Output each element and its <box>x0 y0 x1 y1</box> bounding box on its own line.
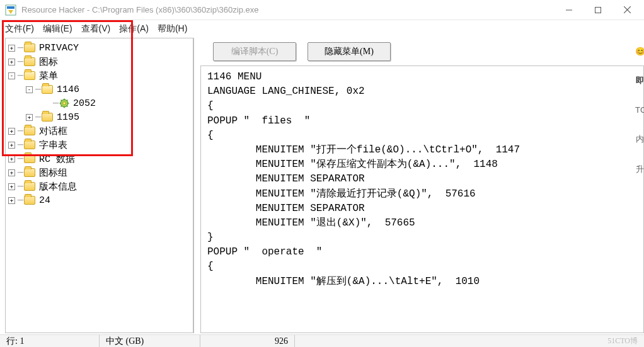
collapse-icon[interactable]: - <box>8 72 15 79</box>
tree-item-label: 图标 <box>39 56 58 68</box>
toolbar: 编译脚本(C) 隐藏菜单(M) <box>194 38 644 65</box>
side-strip: 😊 即 TC 内 升 <box>635 47 644 175</box>
tree-row[interactable]: +─对话框 <box>8 124 193 138</box>
menu-view[interactable]: 查看(V) <box>81 23 111 35</box>
tree-item-label: PRIVACY <box>39 43 79 54</box>
tree-row[interactable]: +─24 <box>8 193 193 207</box>
tree-item-label: 字串表 <box>39 139 67 151</box>
hide-menu-button[interactable]: 隐藏菜单(M) <box>308 42 391 61</box>
expand-icon[interactable]: + <box>26 114 33 121</box>
svg-line-12 <box>61 100 62 101</box>
side-strip-3: 内 <box>635 134 644 145</box>
maximize-button[interactable] <box>584 1 612 19</box>
folder-icon <box>24 154 35 163</box>
tree-item-label: 图标组 <box>39 167 67 179</box>
menu-help[interactable]: 帮助(H) <box>158 23 187 35</box>
tree-connector: ─ <box>18 125 23 137</box>
tree-row[interactable]: +─图标组 <box>8 166 193 179</box>
tree-connector: ─ <box>18 153 23 164</box>
folder-icon <box>24 168 35 177</box>
tree-connector: ─ <box>18 167 23 178</box>
tree-connector: ─ <box>18 42 23 54</box>
tree-item-label: 24 <box>39 195 50 206</box>
right-pane: 编译脚本(C) 隐藏菜单(M) 1146 MENU LANGUAGE LANG_… <box>194 38 644 334</box>
tree-item-label: 1195 <box>57 112 79 123</box>
hide-menu-label: 隐藏菜单(M) <box>325 46 374 57</box>
side-strip-emoji: 😊 <box>635 47 644 56</box>
svg-rect-1 <box>7 6 14 9</box>
side-strip-1: 即 <box>635 75 644 86</box>
resource-tree[interactable]: +─PRIVACY+─图标-─菜单 -─1146 ─2052 +─1195+─对… <box>5 38 194 333</box>
tree-row[interactable]: +─图标 <box>8 55 193 69</box>
folder-icon <box>24 182 35 191</box>
tree-item-label: 菜单 <box>39 70 58 82</box>
tree-row[interactable]: +─版本信息 <box>8 179 193 193</box>
window-title: Resource Hacker - C:\Program Files (x86)… <box>21 5 258 14</box>
folder-open-icon <box>42 85 53 94</box>
compile-script-label: 编译脚本(C) <box>231 46 279 57</box>
tree-connector: ─ <box>35 84 40 95</box>
folder-icon <box>24 140 35 149</box>
expand-icon[interactable]: + <box>8 156 15 162</box>
expand-icon[interactable]: + <box>8 45 15 52</box>
tree-item-label: 版本信息 <box>39 181 77 193</box>
tree-item-label: 2052 <box>73 98 96 109</box>
tree-connector: ─ <box>18 195 23 206</box>
folder-icon <box>24 127 35 135</box>
titlebar: Resource Hacker - C:\Program Files (x86)… <box>0 0 644 20</box>
tree-connector: ─ <box>18 139 23 151</box>
tree-row[interactable]: ─2052 <box>8 96 193 110</box>
status-line-label: 行: <box>6 336 18 347</box>
side-strip-4: 升 <box>635 164 644 175</box>
tree-connector: ─ <box>18 181 23 192</box>
svg-line-15 <box>61 106 62 107</box>
expand-icon[interactable]: + <box>8 183 15 190</box>
script-editor[interactable]: 1146 MENU LANGUAGE LANG_CHINESE, 0x2 { P… <box>200 65 644 333</box>
menubar: 文件(F) 编辑(E) 查看(V) 操作(A) 帮助(H) <box>0 20 644 38</box>
side-strip-2: TC <box>635 105 644 115</box>
tree-item-label: 1146 <box>57 84 79 95</box>
tree-row[interactable]: -─1146 <box>8 82 193 96</box>
tree-row[interactable]: +─字串表 <box>8 138 193 152</box>
tree-item-label: 对话框 <box>39 125 67 137</box>
close-button[interactable] <box>612 1 641 19</box>
svg-line-13 <box>67 106 68 107</box>
tree-item-label: RC 数据 <box>39 153 75 165</box>
folder-icon <box>24 43 35 52</box>
svg-point-7 <box>63 102 66 105</box>
folder-icon <box>42 113 53 122</box>
tree-connector: ─ <box>53 98 58 109</box>
menu-file[interactable]: 文件(F) <box>5 23 34 35</box>
compile-script-button[interactable]: 编译脚本(C) <box>213 42 296 61</box>
svg-line-14 <box>67 100 68 101</box>
folder-icon <box>24 196 35 205</box>
tree-row[interactable]: +─1195 <box>8 110 193 124</box>
menu-edit[interactable]: 编辑(E) <box>43 23 72 35</box>
statusbar: 行: 1 中文 (GB) 926 51CTO博 <box>0 334 644 347</box>
expand-icon[interactable]: + <box>8 169 15 176</box>
expand-icon[interactable]: + <box>8 197 15 204</box>
status-lang-cell: 中文 (GB) <box>100 335 200 347</box>
expand-icon[interactable]: + <box>8 142 15 149</box>
expand-icon[interactable]: + <box>8 128 15 135</box>
gear-icon <box>59 98 69 108</box>
folder-icon <box>24 57 35 66</box>
content-area: +─PRIVACY+─图标-─菜单 -─1146 ─2052 +─1195+─对… <box>0 38 644 334</box>
watermark: 51CTO博 <box>607 336 644 346</box>
tree-connector: ─ <box>18 56 23 67</box>
expand-icon[interactable]: + <box>8 59 15 65</box>
status-line-value: 1 <box>20 336 24 346</box>
svg-rect-3 <box>595 7 601 13</box>
tree-connector: ─ <box>18 70 23 81</box>
status-line-cell: 行: 1 <box>0 335 100 347</box>
tree-row[interactable]: +─RC 数据 <box>8 152 193 166</box>
menu-action[interactable]: 操作(A) <box>119 23 149 35</box>
tree-row[interactable]: -─菜单 <box>8 69 193 82</box>
tree-connector: ─ <box>35 111 40 123</box>
status-col-cell: 926 <box>200 335 295 347</box>
app-icon <box>5 4 16 16</box>
minimize-button[interactable] <box>555 1 584 19</box>
collapse-icon[interactable]: - <box>26 86 33 93</box>
tree-row[interactable]: +─PRIVACY <box>8 41 193 55</box>
folder-open-icon <box>24 71 35 80</box>
